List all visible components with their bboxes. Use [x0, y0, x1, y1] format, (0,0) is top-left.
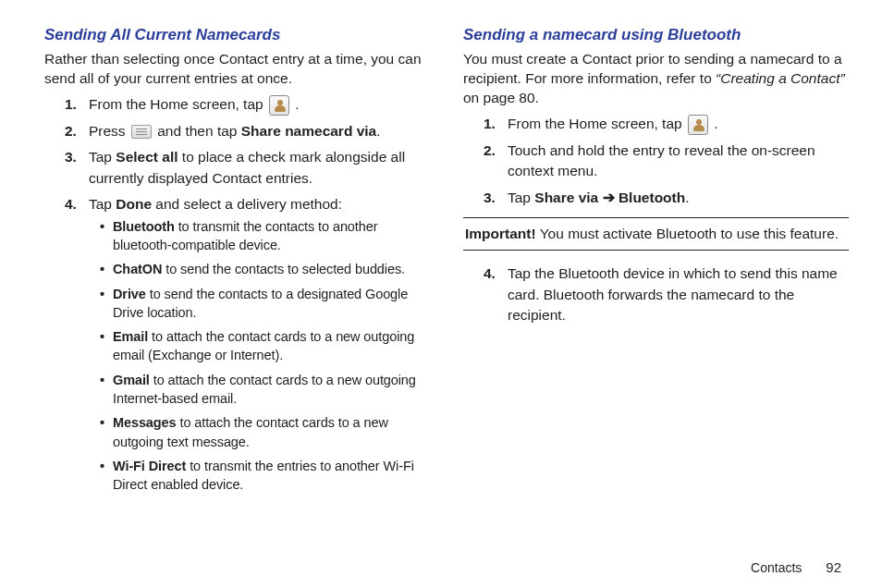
right-steps-cont: 4. Tap the Bluetooth device in which to …	[463, 263, 849, 325]
right-step-2: 2. Touch and hold the entry to reveal th…	[484, 141, 849, 182]
list-item: Wi-Fi Direct to transmit the entries to …	[100, 457, 430, 495]
step-text-post: .	[376, 123, 380, 139]
right-step-4: 4. Tap the Bluetooth device in which to …	[484, 263, 849, 325]
left-step-3: 3. Tap Select all to place a check mark …	[65, 147, 430, 189]
right-steps: 1. From the Home screen, tap . 2. Touch …	[463, 114, 849, 208]
step-body: Touch and hold the entry to reveal the o…	[508, 141, 849, 182]
step-body: Tap the Bluetooth device in which to sen…	[508, 263, 849, 325]
step-number: 2.	[65, 121, 89, 141]
right-step-3: 3. Tap Share via ➔ Bluetooth.	[484, 188, 849, 208]
bullet-text: to send the contacts to selected buddies…	[162, 262, 405, 276]
bold-text: Select all	[116, 149, 178, 165]
bold-text: Share via	[534, 190, 598, 205]
step-number: 3.	[484, 188, 508, 208]
left-heading: Sending All Current Namecards	[44, 26, 430, 44]
bullet-text: to send the contacts to a designated Goo…	[113, 287, 408, 320]
left-intro: Rather than selecting once Contact entry…	[44, 50, 430, 89]
step-body: Press and then tap Share namecard via.	[89, 121, 430, 141]
step-body: From the Home screen, tap .	[508, 114, 849, 135]
step-body: Tap Done and select a delivery method: B…	[89, 194, 430, 499]
left-column: Sending All Current Namecards Rather tha…	[44, 26, 430, 505]
step-text-mid: and then tap	[153, 123, 241, 139]
delivery-methods-list: Bluetooth to transmit the contacts to an…	[89, 217, 430, 495]
footer-page-number: 92	[826, 559, 841, 575]
bullet-bold: Messages	[113, 415, 177, 430]
left-steps: 1. From the Home screen, tap . 2. Press …	[44, 94, 430, 500]
step-text-post: .	[710, 116, 718, 131]
step-body: Tap Select all to place a check mark alo…	[89, 147, 430, 189]
intro-reference: “Creating a Contact”	[716, 70, 845, 86]
right-intro: You must create a Contact prior to sendi…	[463, 50, 849, 108]
left-step-2: 2. Press and then tap Share namecard via…	[65, 121, 430, 141]
important-note: Important! You must activate Bluetooth t…	[463, 217, 849, 251]
bullet-bold: ChatON	[113, 262, 162, 276]
step-text: Tap	[89, 149, 116, 165]
list-item: Drive to send the contacts to a designat…	[100, 285, 430, 323]
step-number: 1.	[65, 94, 89, 116]
list-item: Bluetooth to transmit the contacts to an…	[100, 217, 430, 255]
step-text-post: .	[685, 190, 689, 205]
step-number: 3.	[65, 147, 89, 189]
right-heading: Sending a namecard using Bluetooth	[463, 26, 849, 44]
left-step-4: 4. Tap Done and select a delivery method…	[65, 194, 430, 499]
right-step-1: 1. From the Home screen, tap .	[484, 114, 849, 135]
bullet-bold: Email	[113, 329, 148, 344]
step-text: From the Home screen, tap	[89, 96, 267, 112]
bullet-text: to attach the contact cards to a new out…	[113, 373, 416, 406]
list-item: Gmail to attach the contact cards to a n…	[100, 371, 430, 409]
list-item: ChatON to send the contacts to selected …	[100, 260, 430, 278]
step-number: 4.	[65, 194, 89, 499]
important-text: You must activate Bluetooth to use this …	[536, 226, 839, 241]
step-number: 4.	[484, 263, 508, 325]
list-item: Email to attach the contact cards to a n…	[100, 327, 430, 365]
right-column: Sending a namecard using Bluetooth You m…	[463, 26, 849, 505]
bullet-bold: Gmail	[113, 373, 150, 387]
step-text-post: .	[291, 96, 300, 112]
step-number: 1.	[484, 114, 508, 135]
contacts-icon	[269, 95, 289, 116]
contacts-icon	[688, 115, 708, 135]
bold-text: Share namecard via	[241, 123, 376, 139]
bullet-bold: Bluetooth	[113, 219, 175, 234]
page-footer: Contacts 92	[751, 559, 841, 575]
step-body: From the Home screen, tap .	[89, 94, 430, 116]
left-step-1: 1. From the Home screen, tap .	[65, 94, 430, 116]
arrow-text: ➔	[598, 190, 619, 205]
bullet-text: to attach the contact cards to a new out…	[113, 329, 414, 362]
step-text: From the Home screen, tap	[508, 116, 686, 131]
bold-text: Done	[116, 196, 152, 212]
bold-text: Bluetooth	[619, 190, 685, 205]
footer-section: Contacts	[751, 560, 802, 575]
page-columns: Sending All Current Namecards Rather tha…	[44, 26, 849, 505]
bullet-bold: Drive	[113, 287, 146, 301]
intro-text-post: on page 80.	[463, 90, 539, 105]
important-label: Important!	[465, 226, 536, 241]
menu-icon	[131, 125, 152, 139]
step-text-post: and select a delivery method:	[152, 196, 342, 212]
step-body: Tap Share via ➔ Bluetooth.	[508, 188, 849, 208]
list-item: Messages to attach the contact cards to …	[100, 413, 430, 451]
step-text: Tap	[89, 196, 116, 212]
step-number: 2.	[484, 141, 508, 182]
step-text: Press	[89, 123, 129, 139]
bullet-bold: Wi-Fi Direct	[113, 459, 186, 473]
step-text: Tap	[508, 190, 534, 205]
